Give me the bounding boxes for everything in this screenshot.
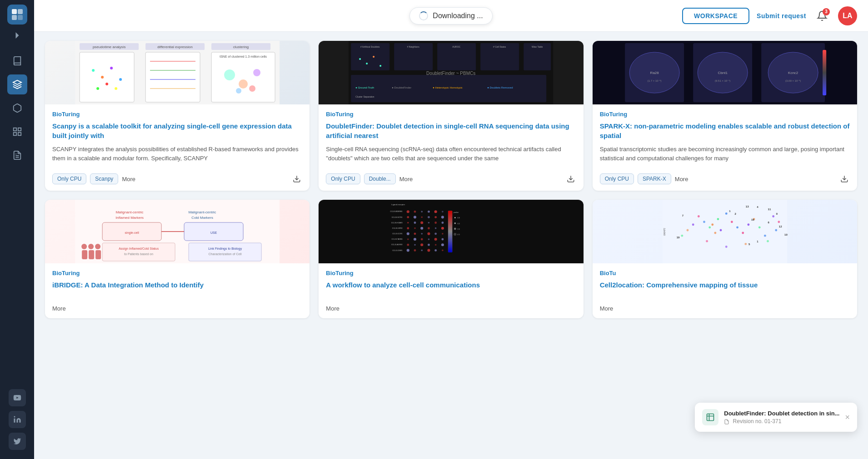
linkedin-social-btn[interactable] <box>9 411 26 428</box>
svg-point-183 <box>681 235 683 237</box>
svg-text:(9.51 × 10⁻¹): (9.51 × 10⁻¹) <box>715 79 730 82</box>
svg-point-115 <box>434 210 437 213</box>
svg-point-126 <box>428 222 430 224</box>
tag-only-cpu-1[interactable]: Only CPU <box>52 173 86 184</box>
download-icon-sparkx[interactable] <box>839 173 850 184</box>
svg-point-39 <box>249 85 255 92</box>
svg-text:CCL13-CNR1: CCL13-CNR1 <box>393 250 403 252</box>
submit-request-button[interactable]: Submit request <box>757 12 806 20</box>
sidebar-item-layers[interactable] <box>7 74 27 94</box>
loading-spinner <box>419 11 428 20</box>
more-link-sparkx[interactable]: More <box>675 176 688 183</box>
svg-point-145 <box>434 238 437 241</box>
svg-text:19: 19 <box>676 236 679 239</box>
svg-text:● Ground-Truth: ● Ground-Truth <box>355 86 374 89</box>
tag-double[interactable]: Double... <box>364 173 396 184</box>
svg-point-112 <box>414 211 416 213</box>
card-footer-ibridge: More <box>45 301 309 318</box>
svg-point-118 <box>414 216 416 218</box>
youtube-social-btn[interactable] <box>9 389 26 406</box>
svg-text:Ligand-receptor: Ligand-receptor <box>392 203 405 206</box>
svg-point-135 <box>407 232 409 235</box>
card-description-sparkx: Spatial transcriptomic studies are becom… <box>600 145 850 163</box>
svg-point-152 <box>441 243 444 246</box>
more-link-doubletfinder[interactable]: More <box>399 176 413 183</box>
card-publisher-sparkx: BioTuring <box>600 111 850 118</box>
svg-rect-20 <box>80 52 134 102</box>
svg-text:CCL19-TASR4: CCL19-TASR4 <box>392 238 403 240</box>
sidebar-toggle[interactable] <box>11 29 24 42</box>
svg-point-38 <box>236 88 241 94</box>
card-footer-cell2location: More <box>593 301 857 318</box>
svg-text:Cold Markers: Cold Markers <box>191 216 213 220</box>
svg-point-25 <box>105 83 108 85</box>
card-image-cell2location: UMAP2 <box>593 200 857 263</box>
svg-rect-1 <box>18 9 23 14</box>
sidebar-item-grid[interactable] <box>7 122 27 142</box>
card-publisher-ibridge: BioTuring <box>52 270 302 276</box>
svg-point-179 <box>703 221 705 223</box>
svg-point-127 <box>435 222 437 224</box>
svg-point-122 <box>441 216 444 218</box>
svg-point-144 <box>428 238 430 240</box>
svg-text:0.25: 0.25 <box>457 223 460 225</box>
card-image-scanpy: pseudotime analysis differential express… <box>45 41 309 104</box>
svg-point-178 <box>708 226 711 228</box>
svg-point-189 <box>764 235 766 237</box>
user-avatar[interactable]: LA <box>838 6 857 25</box>
svg-rect-28 <box>145 52 200 102</box>
svg-text:● Doublets Removed: ● Doublets Removed <box>487 86 513 89</box>
card-cellcomm: Ligand-receptor CCL19-BDKRB1 CCL19-S1TR1… <box>319 200 583 318</box>
svg-point-156 <box>428 249 430 252</box>
svg-point-45 <box>359 58 361 60</box>
download-icon-scanpy[interactable] <box>291 173 302 184</box>
card-body-cell2location: BioTu Cell2location: Comprehensive mappi… <box>593 263 857 301</box>
tag-scanpy[interactable]: Scanpy <box>90 173 118 184</box>
tag-sparkx[interactable]: SPARK-X <box>638 173 671 184</box>
svg-point-148 <box>414 244 416 246</box>
svg-text:CCL19-CCR1: CCL19-CCR1 <box>393 233 403 235</box>
svg-text:11: 11 <box>768 207 771 211</box>
svg-point-125 <box>421 221 424 224</box>
svg-point-24 <box>119 78 122 81</box>
download-icon-doubletfinder[interactable] <box>565 173 576 184</box>
app-logo[interactable] <box>7 5 27 25</box>
svg-rect-7 <box>13 133 16 135</box>
notification-button[interactable]: 3 <box>813 7 831 25</box>
svg-text:10: 10 <box>784 233 788 236</box>
svg-point-22 <box>101 76 104 79</box>
tag-only-cpu-2[interactable]: Only CPU <box>326 173 360 184</box>
more-link-scanpy[interactable]: More <box>122 176 135 183</box>
sidebar-nav <box>7 51 27 389</box>
toast-content: DoubletFinder: Doublet detection in sin.… <box>724 410 839 424</box>
twitter-social-btn[interactable] <box>9 433 26 450</box>
more-link-cellcomm[interactable]: More <box>326 305 339 312</box>
svg-text:AUROC: AUROC <box>452 45 460 48</box>
cards-container: pseudotime analysis differential express… <box>34 32 868 459</box>
tag-only-cpu-3[interactable]: Only CPU <box>600 173 634 184</box>
more-link-cell2location[interactable]: More <box>600 305 614 312</box>
svg-point-172 <box>711 223 713 226</box>
sidebar-item-books[interactable] <box>7 51 27 71</box>
card-body-cellcomm: BioTuring A workflow to analyze cell-cel… <box>319 263 583 301</box>
sidebar-bottom <box>9 389 26 454</box>
svg-text:CCL13-ACKR2: CCL13-ACKR2 <box>391 244 403 246</box>
svg-rect-2 <box>12 15 17 20</box>
workspace-button[interactable]: WORKSPACE <box>682 8 749 24</box>
svg-rect-98 <box>189 243 261 261</box>
svg-rect-33 <box>211 52 275 102</box>
more-link-ibridge[interactable]: More <box>52 305 66 312</box>
svg-text:0.00: 0.00 <box>457 217 460 219</box>
toast-close-button[interactable]: × <box>845 413 850 421</box>
card-footer-sparkx: Only CPU SPARK-X More <box>593 169 857 191</box>
svg-point-175 <box>731 221 733 223</box>
svg-point-157 <box>435 249 437 252</box>
sidebar-item-doc[interactable] <box>7 145 27 165</box>
sidebar-item-cube[interactable] <box>7 98 27 118</box>
svg-text:0.50: 0.50 <box>457 228 460 230</box>
card-body-ibridge: BioTuring iBRIDGE: A Data Integration Me… <box>45 263 309 301</box>
svg-text:Inflamed Markers: Inflamed Markers <box>115 216 144 220</box>
svg-rect-0 <box>12 9 17 14</box>
svg-point-146 <box>442 238 444 241</box>
card-publisher-scanpy: BioTuring <box>52 111 302 118</box>
